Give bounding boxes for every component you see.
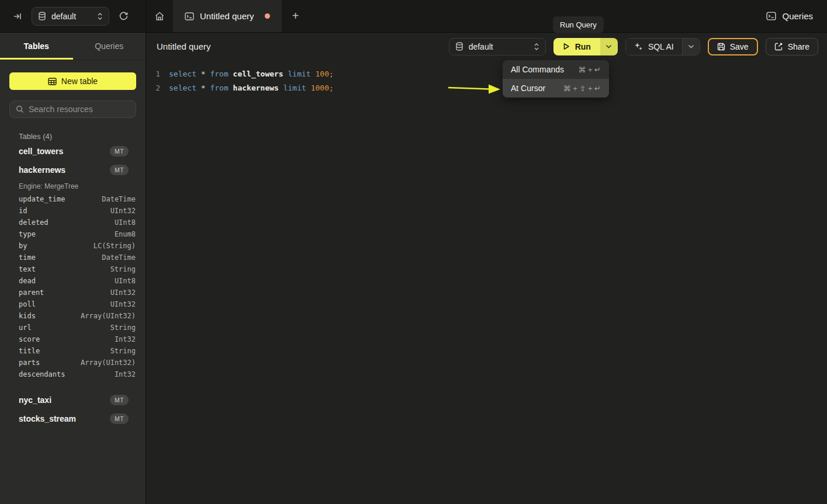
query-title: Untitled query	[157, 41, 211, 51]
save-icon	[717, 43, 725, 51]
column-name: by	[19, 242, 27, 250]
column-type: DateTime	[102, 195, 136, 203]
play-icon	[563, 43, 570, 50]
chevron-updown-icon	[97, 12, 103, 20]
column-name: type	[19, 230, 36, 238]
column-row-url[interactable]: urlString	[0, 322, 146, 333]
table-name: hackernews	[19, 165, 65, 175]
share-button[interactable]: Share	[766, 38, 818, 55]
sparkles-icon	[634, 42, 643, 51]
code-text: select * from cell_towers limit 100;	[169, 67, 334, 81]
topbar-right: Queries	[766, 0, 827, 32]
table-list: cell_towersMThackernewsMTEngine: MergeTr…	[0, 142, 146, 428]
run-menu-item-at-cursor[interactable]: At Cursor⌘ + ⇧ + ↵	[503, 79, 609, 98]
column-name: url	[19, 324, 32, 332]
column-row-parts[interactable]: partsArray(UInt32)	[0, 357, 146, 369]
menu-item-label: All Commands	[511, 65, 564, 74]
column-name: id	[19, 207, 27, 215]
column-type: Array(UInt32)	[81, 312, 136, 320]
tab-label: Untitled query	[200, 11, 254, 21]
run-split-button: Run	[553, 38, 618, 55]
home-icon[interactable]	[146, 0, 173, 32]
column-type: DateTime	[102, 253, 136, 262]
collapse-sidebar-icon[interactable]	[13, 12, 22, 21]
column-row-dead[interactable]: deadUInt8	[0, 275, 146, 287]
tab-strip: Untitled query +	[146, 0, 310, 32]
column-type: String	[110, 347, 136, 355]
table-row-stocks_stream[interactable]: stocks_streamMT	[0, 409, 146, 428]
column-row-descendants[interactable]: descendantsInt32	[0, 369, 146, 380]
code-text: select * from hackernews limit 1000;	[169, 81, 334, 95]
column-name: text	[19, 265, 36, 273]
database-icon	[38, 12, 46, 20]
refresh-icon[interactable]	[119, 11, 129, 21]
code-line[interactable]: 1select * from cell_towers limit 100;	[146, 67, 827, 81]
column-type: UInt32	[110, 207, 136, 215]
unsaved-dot	[265, 13, 270, 19]
sql-ai-label: SQL AI	[648, 42, 674, 51]
topbar-database-select[interactable]: default	[32, 7, 109, 26]
database-icon	[455, 42, 463, 51]
column-row-poll[interactable]: pollUInt32	[0, 298, 146, 310]
save-button[interactable]: Save	[708, 38, 758, 55]
menu-item-shortcut: ⌘ + ↵	[578, 65, 601, 74]
sql-editor[interactable]: 1select * from cell_towers limit 100;2se…	[146, 60, 827, 95]
sidebar-tabs: TablesQueries	[0, 33, 146, 60]
column-row-time[interactable]: timeDateTime	[0, 252, 146, 263]
run-button[interactable]: Run	[553, 38, 600, 55]
column-name: score	[19, 335, 40, 343]
column-row-title[interactable]: titleString	[0, 345, 146, 357]
run-button-label: Run	[575, 42, 591, 51]
new-tab-button[interactable]: +	[282, 0, 310, 32]
column-name: title	[19, 347, 40, 355]
column-row-type[interactable]: typeEnum8	[0, 228, 146, 240]
column-row-id[interactable]: idUInt32	[0, 205, 146, 217]
queries-button[interactable]: Queries	[766, 11, 813, 21]
table-row-hackernews[interactable]: hackernewsMT	[0, 161, 146, 179]
column-name: descendants	[19, 370, 65, 378]
sql-ai-button[interactable]: SQL AI	[626, 39, 682, 55]
sidebar-tab-queries[interactable]: Queries	[73, 33, 146, 60]
column-name: parent	[19, 289, 44, 297]
table-row-nyc_taxi[interactable]: nyc_taxiMT	[0, 391, 146, 409]
search-icon	[16, 105, 24, 113]
column-type: LC(String)	[94, 242, 136, 250]
toolbar-database-value: default	[469, 42, 493, 51]
run-menu-item-all-commands[interactable]: All Commands⌘ + ↵	[503, 60, 609, 79]
column-row-parent[interactable]: parentUInt32	[0, 287, 146, 298]
sql-ai-caret[interactable]	[682, 39, 700, 55]
column-name: dead	[19, 277, 36, 285]
engine-badge: MT	[110, 146, 129, 157]
save-button-label: Save	[730, 42, 749, 51]
menu-item-label: At Cursor	[511, 84, 545, 93]
column-name: time	[19, 253, 36, 262]
table-name: nyc_taxi	[19, 395, 51, 405]
new-table-label: New table	[61, 77, 98, 86]
column-row-deleted[interactable]: deletedUInt8	[0, 217, 146, 228]
column-row-text[interactable]: textString	[0, 263, 146, 275]
sql-ai-split-button: SQL AI	[625, 38, 700, 55]
search-input[interactable]	[29, 105, 130, 114]
tab-untitled-query[interactable]: Untitled query	[173, 0, 282, 32]
new-table-button[interactable]: New table	[9, 72, 136, 90]
column-name: poll	[19, 300, 36, 308]
topbar-left: default	[0, 0, 146, 32]
main-area: Untitled query default	[146, 33, 827, 504]
sidebar-tab-tables[interactable]: Tables	[0, 33, 73, 60]
run-options-caret[interactable]	[600, 38, 618, 55]
line-number: 2	[146, 81, 160, 95]
toolbar: default Run	[449, 38, 818, 55]
toolbar-database-select[interactable]: default	[449, 38, 546, 55]
column-row-update_time[interactable]: update_timeDateTime	[0, 193, 146, 205]
share-icon	[774, 43, 783, 51]
column-type: Int32	[115, 370, 136, 378]
column-type: Int32	[115, 335, 136, 343]
column-row-score[interactable]: scoreInt32	[0, 333, 146, 345]
column-row-kids[interactable]: kidsArray(UInt32)	[0, 310, 146, 322]
code-line[interactable]: 2select * from hackernews limit 1000;	[146, 81, 827, 95]
column-type: Array(UInt32)	[81, 359, 136, 367]
search-box	[9, 100, 136, 118]
column-row-by[interactable]: byLC(String)	[0, 240, 146, 252]
column-type: String	[110, 324, 136, 332]
table-row-cell_towers[interactable]: cell_towersMT	[0, 142, 146, 161]
